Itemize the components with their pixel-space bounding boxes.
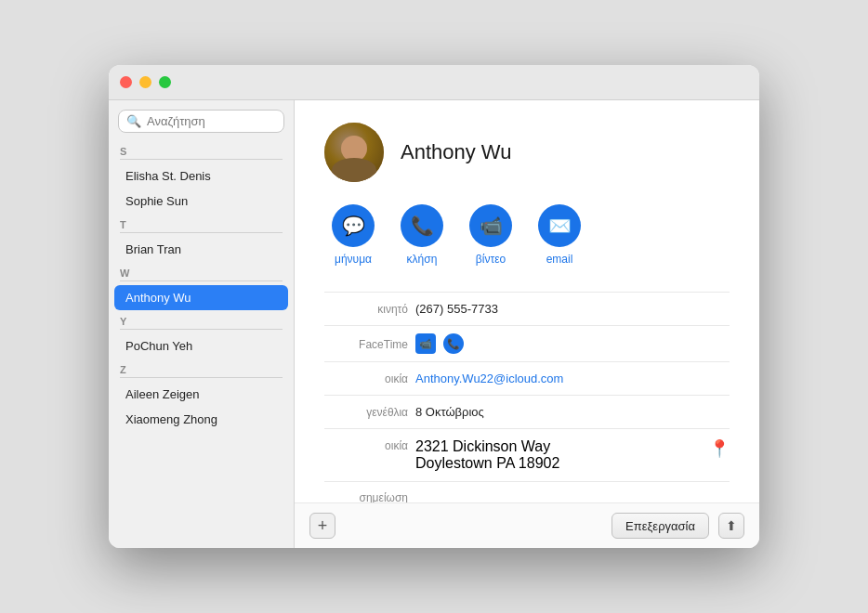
contact-item-elisha[interactable]: Elisha St. Denis — [114, 163, 288, 189]
email-label: email — [546, 253, 573, 266]
footer-right: Επεξεργασία ⬆ — [612, 513, 744, 539]
section-letter-z: Z — [109, 359, 294, 377]
field-birthday: γενέθλια 8 Οκτώβριος — [324, 396, 730, 429]
main-content: 🔍 S Elisha St. Denis Sophie Sun T Brian … — [109, 100, 759, 548]
maximize-button[interactable] — [159, 76, 171, 88]
contact-item-aileen[interactable]: Aileen Zeigen — [114, 382, 288, 407]
contact-name: Anthony Wu — [401, 140, 511, 164]
contacts-list: S Elisha St. Denis Sophie Sun T Brian Tr… — [109, 140, 294, 548]
map-pin-icon[interactable]: 📍 — [709, 438, 730, 459]
share-button[interactable]: ⬆ — [718, 513, 744, 539]
contact-item-xiaomeng[interactable]: Xiaomeng Zhong — [114, 407, 288, 432]
search-wrapper[interactable]: 🔍 — [118, 110, 284, 133]
facetime-label: FaceTime — [324, 337, 408, 351]
home-email-label: οικία — [324, 372, 408, 385]
detail-panel: Anthony Wu 💬 μήνυμα 📞 κλήση 📹 βίντεο — [295, 100, 759, 548]
video-label: βίντεο — [476, 253, 506, 266]
add-button[interactable]: + — [309, 513, 335, 539]
video-icon: 📹 — [469, 204, 512, 247]
action-buttons: 💬 μήνυμα 📞 κλήση 📹 βίντεο ✉️ email — [324, 204, 730, 266]
mobile-label: κινητό — [324, 302, 408, 316]
detail-scroll: Anthony Wu 💬 μήνυμα 📞 κλήση 📹 βίντεο — [295, 100, 759, 502]
section-divider-s — [120, 159, 283, 160]
contact-item-anthony[interactable]: Anthony Wu — [114, 285, 288, 310]
address-line1: 2321 Dickinson Way — [415, 438, 702, 455]
message-button[interactable]: 💬 μήνυμα — [332, 204, 375, 266]
mobile-value: (267) 555-7733 — [415, 302, 730, 316]
note-label: σημείωση — [324, 491, 408, 502]
titlebar — [109, 65, 759, 100]
message-label: μήνυμα — [335, 253, 372, 266]
contact-item-brian[interactable]: Brian Tran — [114, 237, 288, 262]
search-bar-container: 🔍 — [109, 100, 294, 140]
minimize-button[interactable] — [139, 76, 151, 88]
message-icon: 💬 — [332, 204, 375, 247]
facetime-phone-icon[interactable]: 📞 — [443, 333, 464, 354]
section-divider-y — [120, 329, 283, 330]
section-divider-w — [120, 280, 283, 281]
call-label: κλήση — [407, 253, 438, 266]
video-button[interactable]: 📹 βίντεο — [469, 204, 512, 266]
email-icon: ✉️ — [538, 204, 581, 247]
section-divider-t — [120, 232, 283, 233]
birthday-label: γενέθλια — [324, 405, 408, 419]
edit-button[interactable]: Επεξεργασία — [612, 513, 709, 539]
field-mobile: κινητό (267) 555-7733 — [324, 293, 730, 326]
facetime-video-icon[interactable]: 📹 — [415, 333, 436, 354]
address-line2: Doylestown PA 18902 — [415, 455, 702, 472]
field-note: σημείωση — [324, 482, 730, 502]
field-home-email: οικία Anthony.Wu22@icloud.com — [324, 362, 730, 396]
call-button[interactable]: 📞 κλήση — [401, 204, 443, 266]
avatar-image — [324, 123, 384, 182]
section-letter-w: W — [109, 262, 294, 280]
home-email-value[interactable]: Anthony.Wu22@icloud.com — [415, 372, 730, 385]
call-icon: 📞 — [401, 204, 443, 247]
address-with-pin: 2321 Dickinson Way Doylestown PA 18902 📍 — [415, 438, 730, 472]
contacts-window: 🔍 S Elisha St. Denis Sophie Sun T Brian … — [109, 65, 759, 548]
facetime-icons: 📹 📞 — [415, 333, 464, 354]
share-icon: ⬆ — [726, 518, 737, 533]
avatar — [324, 123, 384, 182]
sidebar: 🔍 S Elisha St. Denis Sophie Sun T Brian … — [109, 100, 295, 548]
field-home-address: οικία 2321 Dickinson Way Doylestown PA 1… — [324, 429, 730, 482]
contact-item-pochun[interactable]: PoChun Yeh — [114, 333, 288, 359]
close-button[interactable] — [120, 76, 132, 88]
address-value: 2321 Dickinson Way Doylestown PA 18902 — [415, 438, 702, 472]
search-icon: 🔍 — [126, 114, 141, 128]
section-letter-y: Y — [109, 310, 294, 329]
field-facetime: FaceTime 📹 📞 — [324, 326, 730, 362]
detail-footer: + Επεξεργασία ⬆ — [295, 502, 759, 548]
birthday-value: 8 Οκτώβριος — [415, 405, 730, 419]
search-input[interactable] — [147, 114, 276, 128]
section-letter-s: S — [109, 140, 294, 159]
contact-header: Anthony Wu — [324, 123, 730, 182]
email-button[interactable]: ✉️ email — [538, 204, 581, 266]
info-section: κινητό (267) 555-7733 FaceTime 📹 📞 οικία — [324, 292, 730, 502]
section-divider-z — [120, 377, 283, 378]
contact-item-sophie[interactable]: Sophie Sun — [114, 189, 288, 214]
section-letter-t: T — [109, 214, 294, 232]
home-address-label: οικία — [324, 438, 408, 452]
